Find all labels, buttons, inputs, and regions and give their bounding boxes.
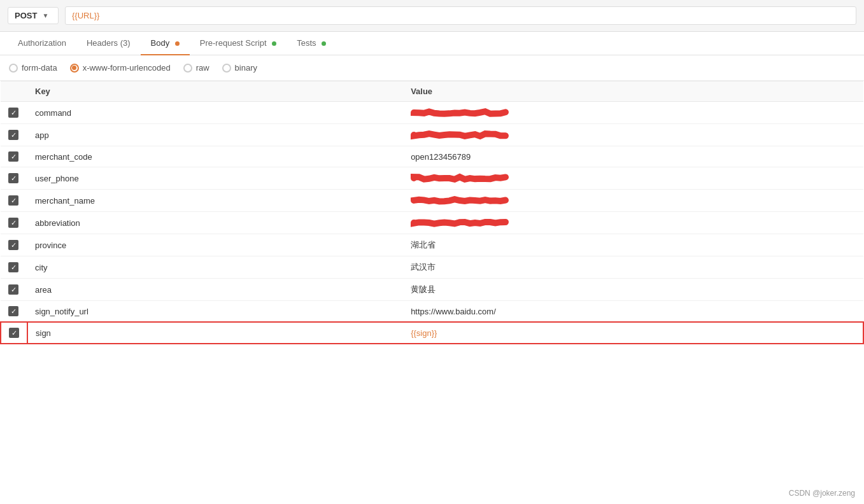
body-type-bar: form-data x-www-form-urlencoded raw bina…	[0, 55, 864, 81]
table-row: merchant_name	[1, 190, 863, 212]
value-cell	[403, 212, 863, 234]
radio-circle-form-data	[9, 64, 18, 73]
redacted-value	[411, 217, 513, 227]
checkbox-cell[interactable]	[1, 190, 27, 212]
value-cell: 黄陂县	[403, 279, 863, 301]
checkbox[interactable]	[8, 151, 18, 162]
sign-value: {{sign}}	[411, 328, 437, 338]
redacted-value	[411, 129, 513, 139]
tab-headers[interactable]: Headers (3)	[76, 32, 141, 55]
header-key: Key	[27, 81, 403, 102]
checkbox[interactable]	[8, 218, 18, 228]
key-cell: city	[27, 256, 403, 279]
value-cell: open123456789	[403, 146, 863, 167]
value-cell: 武汉市	[403, 256, 863, 279]
value-cell	[403, 190, 863, 212]
table-header-row: Key Value	[1, 81, 863, 102]
radio-form-data[interactable]: form-data	[9, 63, 57, 73]
radio-circle-x-www	[70, 64, 79, 73]
table-row: sign_notify_urlhttps://www.baidu.com/	[1, 301, 863, 323]
checkbox[interactable]	[8, 262, 18, 272]
table-row: merchant_codeopen123456789	[1, 146, 863, 167]
value-cell	[403, 167, 863, 190]
table-row: city武汉市	[1, 256, 863, 279]
key-cell: area	[27, 279, 403, 301]
method-selector[interactable]: POST ▼	[8, 7, 59, 24]
method-arrow-icon: ▼	[42, 12, 48, 19]
table-row: app	[1, 124, 863, 146]
checkbox[interactable]	[8, 108, 18, 118]
key-cell: user_phone	[27, 167, 403, 190]
checkbox-cell[interactable]	[1, 301, 27, 323]
checkbox[interactable]	[8, 173, 18, 183]
params-table: Key Value commandappmerchant_codeopen123…	[0, 81, 864, 344]
key-cell: merchant_code	[27, 146, 403, 167]
header-check	[1, 81, 27, 102]
redacted-value	[411, 107, 513, 116]
checkbox-cell[interactable]	[1, 146, 27, 167]
value-cell: {{sign}}	[403, 322, 863, 344]
radio-circle-raw	[183, 64, 192, 73]
checkbox-cell[interactable]	[1, 234, 27, 256]
table-row: user_phone	[1, 167, 863, 190]
redacted-value	[411, 195, 513, 204]
key-cell: province	[27, 234, 403, 256]
tab-authorization[interactable]: Authorization	[8, 32, 76, 55]
checkbox[interactable]	[8, 240, 18, 250]
tab-tests[interactable]: Tests	[287, 32, 336, 55]
key-cell: app	[27, 124, 403, 146]
tab-body[interactable]: Body	[141, 32, 190, 55]
table-row: command	[1, 102, 863, 124]
key-cell: command	[27, 102, 403, 124]
checkbox-cell[interactable]	[1, 124, 27, 146]
checkbox[interactable]	[9, 328, 19, 338]
tabs-bar: Authorization Headers (3) Body Pre-reque…	[0, 32, 864, 55]
request-bar: POST ▼	[0, 0, 864, 32]
radio-binary[interactable]: binary	[222, 63, 257, 73]
key-cell: abbreviation	[27, 212, 403, 234]
pre-request-dot	[272, 41, 276, 46]
table-row: sign{{sign}}	[1, 322, 863, 344]
radio-raw[interactable]: raw	[183, 63, 209, 73]
checkbox-cell[interactable]	[1, 102, 27, 124]
checkbox-cell[interactable]	[1, 212, 27, 234]
checkbox-cell[interactable]	[1, 167, 27, 190]
checkbox[interactable]	[8, 195, 18, 206]
radio-x-www-form-urlencoded[interactable]: x-www-form-urlencoded	[70, 63, 171, 73]
value-cell	[403, 124, 863, 146]
header-value: Value	[403, 81, 863, 102]
checkbox[interactable]	[8, 130, 18, 140]
key-cell: merchant_name	[27, 190, 403, 212]
checkbox-cell[interactable]	[1, 279, 27, 301]
checkbox-cell[interactable]	[1, 256, 27, 279]
value-cell	[403, 102, 863, 124]
key-cell: sign_notify_url	[27, 301, 403, 323]
value-cell: 湖北省	[403, 234, 863, 256]
table-row: province湖北省	[1, 234, 863, 256]
table-row: area黄陂县	[1, 279, 863, 301]
redacted-value	[411, 172, 513, 182]
tab-pre-request-script[interactable]: Pre-request Script	[190, 32, 287, 55]
tests-dot	[322, 41, 326, 46]
checkbox[interactable]	[8, 284, 18, 295]
checkbox-cell[interactable]	[1, 322, 27, 344]
table-row: abbreviation	[1, 212, 863, 234]
radio-circle-binary	[222, 64, 231, 73]
body-dot	[175, 41, 180, 46]
value-cell: https://www.baidu.com/	[403, 301, 863, 323]
checkbox[interactable]	[8, 306, 18, 316]
key-cell: sign	[27, 322, 403, 344]
method-label: POST	[15, 11, 37, 20]
url-input[interactable]	[65, 6, 856, 25]
